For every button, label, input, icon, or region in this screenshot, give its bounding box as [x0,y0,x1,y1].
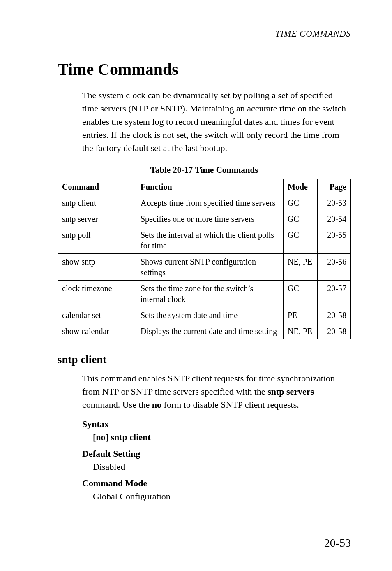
cell-function: Specifies one or more time servers [136,211,284,227]
section-title: Time Commands [58,60,351,79]
table-row: sntp poll Sets the interval at which the… [58,227,351,254]
default-setting-value: Disabled [82,462,351,472]
cell-command: sntp server [58,211,136,227]
syntax-bracket-close: ] [106,432,111,442]
page-number: 20-53 [324,536,351,550]
page-container: TIME COMMANDS Time Commands The system c… [0,0,392,571]
cell-command: sntp poll [58,227,136,254]
th-command: Command [58,179,136,195]
sub-intro-text: form to disable SNTP client requests. [161,399,299,410]
syntax-no: no [96,432,105,442]
syntax-value: [no] sntp client [82,432,351,443]
cell-command: clock timezone [58,281,136,307]
cell-mode: PE [284,307,318,323]
command-mode-block: Command Mode Global Configuration [58,478,351,502]
cell-function: Sets the time zone for the switch’s inte… [136,281,284,307]
cell-function: Shows current SNTP configuration setting… [136,254,284,281]
subsection-title: sntp client [58,353,351,366]
cell-page: 20-58 [318,323,351,339]
cell-mode: NE, PE [284,254,318,281]
sub-intro-bold-sntp-servers: sntp servers [267,386,314,397]
th-page: Page [318,179,351,195]
cell-mode: GC [284,281,318,307]
cell-function: Sets the interval at which the client po… [136,227,284,254]
cell-command: show sntp [58,254,136,281]
cell-page: 20-58 [318,307,351,323]
cell-function: Displays the current date and time setti… [136,323,284,339]
th-mode: Mode [284,179,318,195]
table-row: show calendar Displays the current date … [58,323,351,339]
cell-function: Sets the system date and time [136,307,284,323]
cell-mode: GC [284,227,318,254]
table-row: calendar set Sets the system date and ti… [58,307,351,323]
intro-paragraph: The system clock can be dynamically set … [58,89,351,154]
subsection-intro: This command enables SNTP client request… [58,372,351,411]
table-row: sntp server Specifies one or more time s… [58,211,351,227]
syntax-label: Syntax [82,419,351,429]
cell-page: 20-57 [318,281,351,307]
table-header-row: Command Function Mode Page [58,179,351,195]
sub-intro-text: command. Use the [82,399,152,410]
cell-function: Accepts time from specified time servers [136,195,284,211]
table-row: sntp client Accepts time from specified … [58,195,351,211]
table-row: clock timezone Sets the time zone for th… [58,281,351,307]
cell-page: 20-55 [318,227,351,254]
th-function: Function [136,179,284,195]
table-caption: Table 20-17 Time Commands [58,165,351,175]
default-setting-label: Default Setting [82,448,351,459]
cell-mode: GC [284,195,318,211]
cell-command: show calendar [58,323,136,339]
cell-command: calendar set [58,307,136,323]
time-commands-table: Command Function Mode Page sntp client A… [58,179,351,339]
table-row: show sntp Shows current SNTP configurati… [58,254,351,281]
syntax-cmd: sntp client [111,432,150,442]
sub-intro-bold-no: no [152,399,161,410]
cell-mode: GC [284,211,318,227]
cell-command: sntp client [58,195,136,211]
cell-mode: NE, PE [284,323,318,339]
cell-page: 20-53 [318,195,351,211]
command-mode-label: Command Mode [82,478,351,489]
syntax-block: Syntax [no] sntp client [58,419,351,443]
cell-page: 20-54 [318,211,351,227]
command-mode-value: Global Configuration [82,491,351,502]
running-head: TIME COMMANDS [58,29,351,39]
cell-page: 20-56 [318,254,351,281]
default-setting-block: Default Setting Disabled [58,448,351,472]
